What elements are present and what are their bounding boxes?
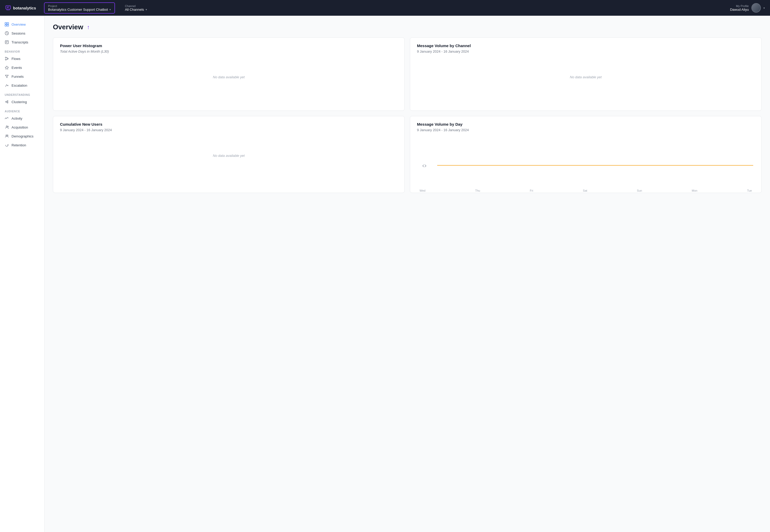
page-title: Overview: [53, 23, 83, 31]
svg-point-15: [6, 126, 8, 127]
sidebar-acquisition-label: Acquisition: [12, 125, 28, 129]
sidebar-item-events[interactable]: Events: [0, 63, 44, 72]
arrow-up-icon: ↑: [87, 24, 90, 31]
events-icon: [5, 65, 9, 70]
x-label-sat: Sat: [583, 189, 588, 192]
funnels-icon: [5, 74, 9, 79]
sidebar-item-sessions[interactable]: Sessions: [0, 29, 44, 38]
svg-rect-2: [7, 23, 9, 24]
sidebar-item-clustering[interactable]: Clustering: [0, 97, 44, 106]
sidebar-item-acquisition[interactable]: Acquisition: [0, 123, 44, 132]
page-header: Overview ↑: [53, 23, 762, 31]
svg-rect-3: [5, 25, 7, 26]
svg-rect-4: [7, 25, 9, 26]
project-chevron-icon: ▾: [109, 8, 111, 11]
x-label-thu: Thu: [475, 189, 480, 192]
card-title-message-channel: Message Volume by Channel: [417, 43, 755, 48]
escalation-icon: [5, 83, 9, 87]
card-subtitle-power-user: Total Active Days in Month (L30): [60, 49, 398, 53]
x-label-tue: Tue: [747, 189, 752, 192]
sidebar-item-demographics[interactable]: Demographics: [0, 132, 44, 141]
sidebar-item-retention[interactable]: Retention: [0, 141, 44, 149]
transcripts-icon: [5, 40, 9, 44]
card-cumulative-users: Cumulative New Users 9 January 2024 - 16…: [53, 116, 405, 193]
svg-point-17: [6, 135, 7, 136]
no-data-cumulative: No data available yet: [60, 132, 398, 179]
channel-value: All Channels ▾: [125, 8, 147, 12]
channel-label: Channel: [125, 4, 147, 8]
x-label-fri: Fri: [530, 189, 533, 192]
no-data-power-user: No data available yet: [60, 53, 398, 101]
sidebar-sessions-label: Sessions: [12, 31, 25, 35]
card-power-user-histogram: Power User Histogram Total Active Days i…: [53, 37, 405, 111]
sidebar-funnels-label: Funnels: [12, 75, 24, 79]
svg-point-18: [7, 135, 8, 136]
svg-point-16: [8, 126, 9, 127]
sidebar-flows-label: Flows: [12, 57, 20, 61]
card-date-message-channel: 9 January 2024 - 16 January 2024: [417, 49, 755, 53]
profile-text: My Profile Dawud Aliyu: [730, 4, 749, 12]
main-content: Overview ↑ Power User Histogram Total Ac…: [45, 16, 770, 532]
svg-point-10: [5, 101, 7, 102]
demographics-icon: [5, 134, 9, 138]
avatar: [751, 3, 761, 13]
acquisition-icon: [5, 125, 9, 129]
sidebar-escalation-label: Escalation: [12, 84, 27, 87]
channel-chevron-icon: ▾: [146, 8, 147, 11]
card-title-message-day: Message Volume by Day: [417, 122, 755, 126]
sidebar-transcripts-label: Transcripts: [12, 40, 28, 44]
sidebar-demographics-label: Demographics: [12, 134, 34, 138]
card-date-message-day: 9 January 2024 - 16 January 2024: [417, 128, 755, 132]
card-date-cumulative: 9 January 2024 - 16 January 2024: [60, 128, 398, 132]
sidebar-item-activity[interactable]: Activity: [0, 114, 44, 123]
svg-point-12: [7, 102, 8, 103]
sidebar-item-overview[interactable]: Overview: [0, 20, 44, 29]
x-label-mon: Mon: [692, 189, 697, 192]
sidebar-overview-label: Overview: [12, 23, 26, 26]
sidebar-item-funnels[interactable]: Funnels: [0, 72, 44, 81]
x-label-wed: Wed: [420, 189, 425, 192]
main-layout: Overview Sessions Transcripts BEHAVIOR F…: [0, 16, 770, 532]
behavior-section-label: BEHAVIOR: [0, 47, 44, 54]
activity-icon: [5, 116, 9, 120]
sidebar-item-flows[interactable]: Flows: [0, 54, 44, 63]
avatar-image: [752, 4, 760, 12]
project-label: Project: [48, 4, 111, 8]
clustering-icon: [5, 100, 9, 104]
project-selector[interactable]: Project Botanalytics Customer Support Ch…: [44, 2, 115, 14]
card-message-volume-channel: Message Volume by Channel 9 January 2024…: [410, 37, 762, 111]
audience-section-label: AUDIENCE: [0, 106, 44, 114]
sidebar-events-label: Events: [12, 66, 22, 70]
sessions-icon: [5, 31, 9, 35]
profile-name: Dawud Aliyu: [730, 8, 749, 12]
svg-line-14: [7, 102, 7, 103]
overview-icon: [5, 22, 9, 26]
sidebar-item-escalation[interactable]: Escalation: [0, 81, 44, 90]
chart-x-labels: Wed Thu Fri Sat Sun Mon Tue: [417, 189, 755, 192]
svg-point-11: [7, 101, 8, 102]
svg-point-9: [5, 59, 6, 60]
chart-svg: 0: [417, 135, 755, 187]
cards-grid: Power User Histogram Total Active Days i…: [53, 37, 762, 193]
sidebar: Overview Sessions Transcripts BEHAVIOR F…: [0, 16, 45, 532]
topnav: botanalytics Project Botanalytics Custom…: [0, 0, 770, 16]
flows-icon: [5, 57, 9, 61]
chart-area-message-day: 0 Wed Thu Fri Sat Sun Mon Tue: [417, 135, 755, 187]
svg-rect-1: [5, 23, 7, 24]
chart-zero-label: 0: [423, 164, 427, 168]
sidebar-item-transcripts[interactable]: Transcripts: [0, 38, 44, 47]
svg-rect-6: [5, 41, 8, 44]
card-title-power-user: Power User Histogram: [60, 43, 398, 48]
channel-selector[interactable]: Channel All Channels ▾: [121, 3, 151, 13]
svg-point-7: [5, 57, 6, 58]
profile-label: My Profile: [730, 4, 749, 8]
sidebar-activity-label: Activity: [12, 117, 22, 120]
logo-text: botanalytics: [13, 6, 36, 10]
understanding-section-label: UNDERSTANDING: [0, 90, 44, 97]
svg-line-13: [7, 101, 7, 102]
card-title-cumulative: Cumulative New Users: [60, 122, 398, 126]
card-message-volume-day: Message Volume by Day 9 January 2024 - 1…: [410, 116, 762, 193]
profile-section[interactable]: My Profile Dawud Aliyu ▾: [730, 3, 765, 13]
profile-chevron-icon: ▾: [763, 7, 765, 9]
logo-icon: [5, 5, 11, 11]
